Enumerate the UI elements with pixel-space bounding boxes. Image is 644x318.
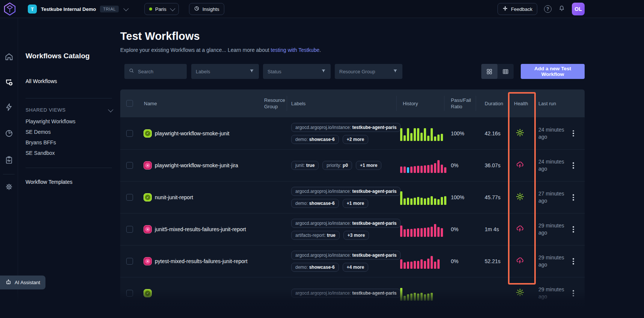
ai-assistant-button[interactable]: AI Assistant <box>0 276 45 289</box>
history-bar[interactable] <box>437 160 440 173</box>
history-bar[interactable] <box>444 196 446 205</box>
sidebar-item-shared-view[interactable]: Bryans BFFs <box>26 139 56 145</box>
history-bar[interactable] <box>400 191 402 205</box>
label-badge[interactable]: argocd.argoproj.io/instance: testkube-ag… <box>291 123 401 132</box>
history-bar[interactable] <box>400 226 402 237</box>
history-bar[interactable] <box>437 199 440 205</box>
add-workflow-button[interactable]: Add a new Test Workflow <box>521 64 585 79</box>
history-bar[interactable] <box>431 128 433 141</box>
label-badge[interactable]: argocd.argoproj.io/instance: testkube-ag… <box>291 219 401 228</box>
table-row[interactable]: ✕pytest-mixed-results-failures-junit-rep… <box>120 245 585 277</box>
history-bar[interactable] <box>404 167 406 173</box>
history-bar[interactable] <box>434 136 436 141</box>
select-all-checkbox[interactable] <box>126 100 133 107</box>
sidebar-item-workflow-templates[interactable]: Workflow Templates <box>26 179 73 185</box>
history-bar[interactable] <box>431 196 433 205</box>
history-bar[interactable] <box>417 197 419 205</box>
history-bar[interactable] <box>417 261 419 269</box>
org-name[interactable]: Testkube Internal Demo <box>41 6 96 12</box>
label-badge[interactable]: argocd.argoproj.io/instance: testkube-ag… <box>291 251 401 260</box>
row-checkbox[interactable] <box>126 130 133 137</box>
labels-filter[interactable]: Labels <box>191 64 259 79</box>
row-actions-menu[interactable] <box>571 129 576 138</box>
history-bar[interactable] <box>414 198 416 205</box>
environment-select[interactable]: Paris <box>144 3 179 15</box>
history-bar[interactable] <box>434 198 436 205</box>
history-bar[interactable] <box>441 165 443 173</box>
history-bar[interactable] <box>404 296 406 301</box>
notifications-bell-icon[interactable] <box>558 5 565 13</box>
history-bar[interactable] <box>404 229 406 237</box>
grid-view-toggle[interactable] <box>481 64 497 79</box>
test-results-icon[interactable] <box>5 156 14 166</box>
more-labels-badge[interactable]: +3 more <box>343 231 369 240</box>
history-bar[interactable] <box>400 259 402 269</box>
history-bar[interactable] <box>407 198 409 205</box>
history-bar[interactable] <box>437 227 440 237</box>
history-bar[interactable] <box>444 167 446 173</box>
testing-with-testkube-link[interactable]: testing with Testkube <box>271 47 320 53</box>
history-bar[interactable] <box>434 163 436 173</box>
feedback-button[interactable]: Feedback <box>497 3 537 15</box>
label-badge[interactable]: junit: true <box>291 161 319 170</box>
history-bar[interactable] <box>420 133 423 141</box>
history-bar[interactable] <box>417 294 419 301</box>
history-bars[interactable] <box>400 126 449 141</box>
history-bar[interactable] <box>410 198 413 205</box>
history-bar[interactable] <box>431 293 433 301</box>
history-bar[interactable] <box>441 197 443 205</box>
history-bar[interactable] <box>420 166 423 173</box>
triggers-lightning-icon[interactable] <box>5 103 14 113</box>
history-bars[interactable] <box>400 158 449 173</box>
row-checkbox[interactable] <box>126 194 133 201</box>
history-bar[interactable] <box>437 135 440 141</box>
insights-button[interactable]: Insights <box>189 3 224 15</box>
label-badge[interactable]: demo: showcase-6 <box>291 263 339 272</box>
history-bar[interactable] <box>431 165 433 173</box>
chevron-down-icon[interactable] <box>123 6 128 11</box>
history-bar[interactable] <box>400 288 402 301</box>
table-row[interactable]: ✓playwright-workflow-smoke-junitargocd.a… <box>120 117 585 149</box>
history-bars[interactable] <box>400 190 449 205</box>
testkube-logo-icon[interactable] <box>3 2 17 16</box>
history-bar[interactable] <box>431 227 433 237</box>
row-actions-menu[interactable] <box>571 225 576 234</box>
label-badge[interactable]: demo: showcase-6 <box>291 135 339 144</box>
history-bar[interactable] <box>404 135 406 141</box>
user-avatar[interactable]: OL <box>572 3 585 15</box>
workflow-name[interactable]: pytest-mixed-results-failures-junit-repo… <box>155 258 248 264</box>
row-actions-menu[interactable] <box>571 193 576 202</box>
table-row[interactable]: ✓nunit-junit-reportargocd.argoproj.io/in… <box>120 181 585 213</box>
row-checkbox[interactable] <box>126 226 133 233</box>
history-bar[interactable] <box>410 229 413 237</box>
history-bar[interactable] <box>407 229 409 237</box>
history-bar[interactable] <box>427 227 429 237</box>
label-badge[interactable]: demo: showcase-6 <box>291 199 339 208</box>
table-row[interactable]: ✕junit5-mixed-results-failures-junit-rep… <box>120 213 585 245</box>
history-bar[interactable] <box>441 228 443 237</box>
sidebar-item-shared-view[interactable]: SE Sandbox <box>26 150 55 156</box>
more-labels-badge[interactable]: +4 more <box>343 263 368 272</box>
history-bar[interactable] <box>427 294 429 301</box>
workflows-icon[interactable] <box>4 77 14 88</box>
workflow-name[interactable]: playwright-workflow-smoke-junit-jira <box>155 162 238 168</box>
history-bar[interactable] <box>410 262 413 269</box>
sidebar-item-all-workflows[interactable]: All Workflows <box>26 78 57 84</box>
more-labels-badge[interactable]: +2 more <box>343 135 368 144</box>
row-actions-menu[interactable] <box>571 289 576 298</box>
table-row[interactable]: ✓argocd.argoproj.io/instance: testkube-a… <box>120 277 585 309</box>
history-bar[interactable] <box>407 167 409 173</box>
history-bar[interactable] <box>420 228 423 237</box>
history-bar[interactable] <box>424 228 426 237</box>
row-checkbox[interactable] <box>126 258 133 265</box>
history-bar[interactable] <box>404 262 406 269</box>
workflow-name[interactable]: junit5-mixed-results-failures-junit-repo… <box>155 226 246 232</box>
history-bar[interactable] <box>417 166 419 173</box>
table-view-toggle[interactable] <box>497 64 514 79</box>
history-bars[interactable] <box>400 254 449 269</box>
history-bar[interactable] <box>417 228 419 237</box>
history-bar[interactable] <box>424 165 426 173</box>
history-bar[interactable] <box>407 128 409 141</box>
workflow-name[interactable]: nunit-junit-report <box>155 194 193 200</box>
history-bar[interactable] <box>420 198 423 205</box>
